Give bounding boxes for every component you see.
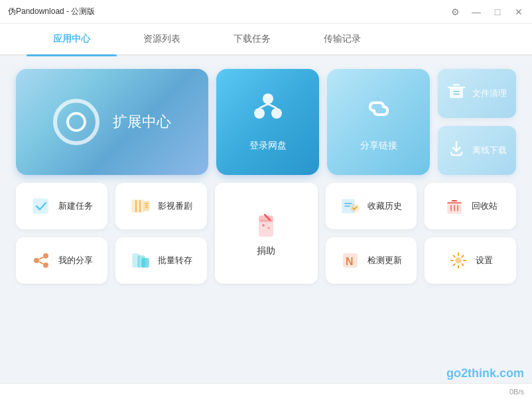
- svg-point-25: [262, 224, 265, 227]
- offline-download-label: 离线下载: [472, 144, 507, 156]
- svg-point-9: [43, 262, 48, 268]
- file-clear-label: 文件清理: [472, 87, 507, 99]
- share-link-card[interactable]: 分享链接: [327, 69, 430, 175]
- file-clear-card[interactable]: 文件清理: [438, 69, 516, 118]
- top-cards-row: 扩展中心 登录网盘: [16, 69, 516, 175]
- check-update-label: 检测更新: [367, 255, 402, 266]
- main-content: 扩展中心 登录网盘: [0, 56, 532, 383]
- video-serial-icon: [130, 196, 151, 217]
- right-grid: 收藏历史 N 检测更新: [326, 183, 417, 284]
- batch-transfer-label: 批量转存: [158, 255, 192, 266]
- far-right-grid: 回收站 设置: [425, 183, 516, 284]
- svg-rect-12: [132, 200, 144, 212]
- offline-download-icon: [447, 139, 466, 162]
- settings-card-label: 设置: [476, 255, 493, 266]
- middle-left-grid: 影视番剧 批量转存: [115, 183, 207, 284]
- speed-indicator: 0B/s: [509, 388, 524, 396]
- ext-center-label: 扩展中心: [113, 112, 171, 132]
- svg-line-4: [268, 104, 277, 108]
- svg-point-26: [268, 227, 270, 229]
- svg-rect-6: [33, 199, 48, 213]
- tab-app-center[interactable]: 应用中心: [27, 23, 117, 55]
- recycle-label: 回收站: [472, 200, 498, 212]
- recycle-icon: [444, 196, 465, 217]
- ext-center-inner-circle: [66, 112, 86, 132]
- check-update-card[interactable]: N 检测更新: [326, 237, 417, 284]
- file-clear-icon: [447, 82, 466, 105]
- svg-point-2: [271, 108, 282, 119]
- share-link-label: 分享链接: [360, 140, 397, 152]
- settings-icon[interactable]: ⚙: [450, 7, 460, 17]
- batch-transfer-icon: [130, 250, 151, 271]
- nav-bar: 应用中心 资源列表 下载任务 传输记录: [0, 24, 532, 56]
- svg-point-1: [254, 108, 265, 119]
- new-task-card[interactable]: 新建任务: [16, 183, 107, 229]
- offline-download-card[interactable]: 离线下载: [438, 126, 516, 175]
- my-share-card[interactable]: 我的分享: [16, 237, 107, 284]
- recycle-card[interactable]: 回收站: [425, 183, 516, 229]
- login-disk-card[interactable]: 登录网盘: [216, 69, 319, 175]
- svg-rect-15: [144, 201, 149, 211]
- left-grid: 新建任务 我的分享: [16, 183, 107, 284]
- svg-rect-5: [450, 87, 463, 98]
- my-share-icon: [31, 250, 52, 271]
- svg-line-11: [39, 262, 43, 264]
- share-link-icon: [362, 92, 395, 132]
- new-task-label: 新建任务: [58, 200, 93, 212]
- login-disk-icon: [251, 92, 285, 132]
- favorites-card[interactable]: 收藏历史: [326, 183, 417, 229]
- svg-line-10: [39, 257, 43, 259]
- settings-card[interactable]: 设置: [425, 237, 516, 284]
- bottom-cards-section: 新建任务 我的分享: [16, 183, 516, 284]
- donate-card[interactable]: 捐助: [215, 183, 318, 284]
- my-share-label: 我的分享: [58, 255, 93, 266]
- ext-center-icon: [53, 99, 100, 145]
- right-small-cards: 文件清理 离线下载: [438, 69, 516, 175]
- check-update-icon: N: [340, 250, 361, 271]
- donate-label: 捐助: [257, 245, 275, 257]
- maximize-button[interactable]: □: [492, 7, 503, 17]
- login-disk-label: 登录网盘: [249, 140, 287, 152]
- svg-rect-22: [259, 220, 273, 236]
- settings-card-icon: [448, 250, 469, 271]
- status-bar: 0B/s: [0, 383, 532, 399]
- svg-line-3: [259, 104, 268, 108]
- donate-icon: [250, 209, 282, 241]
- tab-resource-list[interactable]: 资源列表: [117, 23, 207, 55]
- favorites-icon: [340, 196, 361, 217]
- minimize-button[interactable]: —: [471, 7, 482, 17]
- ext-center-card[interactable]: 扩展中心: [16, 69, 208, 175]
- favorites-label: 收藏历史: [367, 200, 402, 212]
- svg-point-37: [456, 258, 461, 263]
- title-bar: 伪Pandownload - 公测版 ⚙ — □ ✕: [0, 0, 532, 24]
- batch-transfer-card[interactable]: 批量转存: [115, 237, 207, 284]
- svg-text:N: N: [346, 256, 354, 267]
- svg-point-0: [263, 93, 273, 104]
- app-title: 伪Pandownload - 公测版: [8, 6, 95, 17]
- close-button[interactable]: ✕: [513, 7, 524, 17]
- video-serial-card[interactable]: 影视番剧: [115, 183, 207, 229]
- svg-rect-21: [142, 258, 149, 267]
- tab-download-tasks[interactable]: 下载任务: [207, 23, 297, 55]
- svg-point-7: [43, 253, 48, 258]
- watermark: go2think.com: [446, 367, 524, 380]
- svg-point-8: [34, 258, 39, 263]
- new-task-icon: [31, 196, 52, 217]
- video-serial-label: 影视番剧: [158, 200, 192, 212]
- window-controls: ⚙ — □ ✕: [450, 7, 524, 17]
- tab-transfer-records[interactable]: 传输记录: [297, 23, 387, 55]
